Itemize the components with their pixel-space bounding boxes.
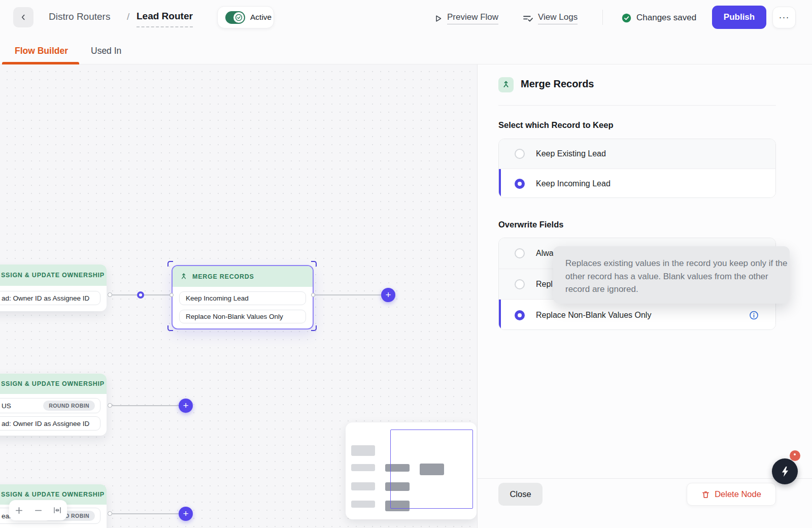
lightning-icon	[779, 466, 791, 478]
minimap-node	[351, 464, 375, 471]
radio-selected[interactable]	[515, 179, 525, 189]
radio-selected[interactable]	[515, 310, 525, 320]
node-assign-ownership-mid[interactable]: SSIGN & UPDATE OWNERSHIP US ROUND ROBIN …	[0, 374, 107, 436]
back-button[interactable]	[13, 7, 33, 27]
tab-flow-builder[interactable]: Flow Builder	[15, 46, 68, 56]
output-port[interactable]	[108, 511, 112, 516]
fit-view-button[interactable]	[50, 503, 65, 518]
check-icon	[235, 14, 243, 21]
preview-flow-label: Preview Flow	[447, 12, 498, 24]
node-row: Replace Non-Blank Values Only	[179, 310, 306, 323]
selection-corner	[311, 325, 317, 331]
panel-footer-divider	[478, 478, 812, 479]
info-icon[interactable]	[749, 310, 759, 320]
node-header: SSIGN & UPDATE OWNERSHIP	[0, 265, 107, 286]
minimap-node	[351, 501, 375, 508]
edge-midpoint-handle[interactable]	[137, 291, 144, 299]
edge-assign-bottom-to-add	[112, 513, 179, 514]
record-to-keep-options: Keep Existing Lead Keep Incoming Lead	[498, 139, 776, 198]
close-button[interactable]: Close	[498, 483, 543, 506]
breadcrumb-separator: /	[127, 11, 129, 22]
node-title: MERGE RECORDS	[192, 273, 254, 280]
selection-corner	[167, 325, 173, 331]
minimap-node	[351, 482, 375, 490]
option-keep-incoming-lead[interactable]: Keep Incoming Lead	[499, 169, 775, 198]
panel-divider	[498, 105, 776, 106]
notification-badge	[790, 450, 800, 461]
section-heading-record-to-keep: Select which Record to Keep	[498, 120, 613, 130]
node-row: ad: Owner ID as Assignee ID	[0, 416, 100, 431]
minus-icon	[34, 506, 43, 515]
minimap-node	[351, 445, 375, 456]
section-heading-overwrite-fields: Overwrite Fields	[498, 220, 563, 229]
toggle-track[interactable]	[225, 11, 245, 24]
radio-unselected[interactable]	[515, 279, 525, 289]
option-replace-non-blank[interactable]: Replace Non-Blank Values Only	[499, 299, 775, 330]
radio-unselected[interactable]	[515, 248, 525, 258]
output-port[interactable]	[108, 403, 112, 408]
edge-merge-to-add	[315, 294, 382, 295]
info-tooltip: Replaces existing values in the record y…	[553, 246, 790, 304]
selection-corner	[167, 261, 173, 267]
active-toggle[interactable]: Active	[217, 6, 274, 28]
selection-corner	[311, 261, 317, 267]
top-header: Distro Routers / Lead Router Active Prev…	[0, 0, 812, 64]
plus-icon	[15, 506, 23, 515]
play-icon	[434, 14, 443, 23]
changes-saved-status: Changes saved	[622, 13, 696, 23]
preview-flow-button[interactable]: Preview Flow	[434, 12, 498, 24]
merge-icon	[180, 273, 188, 281]
trash-icon	[701, 490, 710, 499]
toggle-label: Active	[250, 13, 272, 22]
node-row-label: US	[2, 402, 11, 410]
breadcrumb-parent[interactable]: Distro Routers	[49, 11, 110, 22]
option-keep-existing-lead[interactable]: Keep Existing Lead	[499, 139, 775, 169]
merge-output-port[interactable]	[311, 293, 315, 297]
toggle-knob	[233, 12, 244, 23]
breadcrumb-flow-name[interactable]: Lead Router	[137, 11, 193, 27]
add-node-button-mid[interactable]: +	[179, 399, 193, 413]
node-header: SSIGN & UPDATE OWNERSHIP	[0, 374, 107, 394]
add-node-button-merge[interactable]: +	[381, 288, 395, 302]
minimap-viewport[interactable]	[390, 430, 473, 509]
round-robin-badge: ROUND ROBIN	[43, 401, 95, 411]
more-options-button[interactable]: ···	[772, 7, 796, 28]
node-settings-panel: Merge Records Select which Record to Kee…	[478, 64, 812, 528]
edge-assign-mid-to-add	[112, 405, 179, 406]
add-node-button-bottom[interactable]: +	[179, 507, 193, 521]
active-tab-underline	[2, 62, 79, 64]
node-assign-ownership-top[interactable]: SSIGN & UPDATE OWNERSHIP ad: Owner ID as…	[0, 265, 107, 311]
flow-canvas[interactable]: + + + SSIGN & UPDATE OWNERSHIP ad: Owner…	[0, 64, 478, 528]
merge-icon-badge	[498, 77, 514, 92]
radio-unselected[interactable]	[515, 149, 525, 159]
merge-input-port[interactable]	[170, 293, 174, 297]
minimap[interactable]	[346, 422, 477, 519]
saved-check-icon	[622, 13, 631, 23]
zoom-out-button[interactable]	[30, 503, 46, 518]
delete-node-button[interactable]: Delete Node	[687, 483, 776, 506]
node-merge-records[interactable]: MERGE RECORDS Keep Incoming Lead Replace…	[172, 265, 314, 329]
node-row: Keep Incoming Lead	[179, 291, 306, 305]
logs-icon	[523, 14, 533, 23]
canvas-zoom-toolbar	[9, 500, 67, 520]
assistant-fab-button[interactable]	[772, 458, 798, 484]
panel-title: Merge Records	[521, 78, 594, 90]
view-logs-label: View Logs	[538, 12, 578, 24]
delete-node-label: Delete Node	[715, 489, 761, 499]
chevron-left-icon	[19, 13, 27, 21]
view-logs-button[interactable]: View Logs	[523, 12, 578, 24]
zoom-in-button[interactable]	[11, 503, 26, 518]
header-divider	[602, 10, 603, 25]
changes-saved-label: Changes saved	[636, 13, 696, 23]
publish-button[interactable]: Publish	[712, 6, 766, 29]
output-port[interactable]	[108, 292, 112, 297]
tab-used-in[interactable]: Used In	[91, 46, 121, 56]
node-row: ad: Owner ID as Assignee ID	[0, 291, 100, 305]
fit-width-icon	[53, 506, 62, 515]
merge-icon	[501, 80, 511, 89]
